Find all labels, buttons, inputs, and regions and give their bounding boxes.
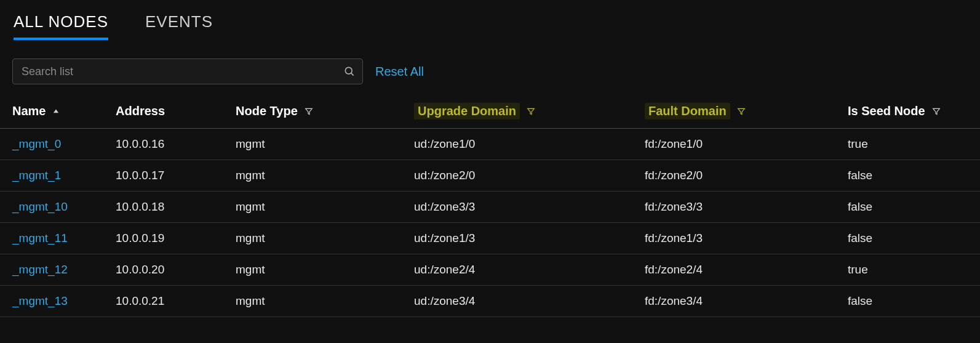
node-name-link[interactable]: _mgmt_12 (12, 263, 68, 276)
column-header-label: Is Seed Node (848, 104, 925, 118)
cell-address: 10.0.0.19 (111, 223, 231, 254)
column-header-node-type[interactable]: Node Type (236, 104, 314, 118)
cell-fault-domain: fd:/zone1/3 (640, 223, 843, 254)
cell-address: 10.0.0.17 (111, 160, 231, 192)
cell-upgrade-domain: ud:/zone2/0 (409, 160, 640, 192)
node-name-link[interactable]: _mgmt_10 (12, 200, 68, 213)
column-header-label: Name (12, 104, 46, 118)
cell-address: 10.0.0.16 (111, 129, 231, 160)
cell-fault-domain: fd:/zone3/4 (640, 286, 843, 317)
reset-all-link[interactable]: Reset All (375, 65, 424, 79)
column-header-address[interactable]: Address (116, 104, 165, 118)
search-input[interactable] (12, 59, 363, 84)
column-header-upgrade-domain[interactable]: Upgrade Domain (414, 103, 536, 119)
cell-node-type: mgmt (231, 129, 409, 160)
column-header-is-seed[interactable]: Is Seed Node (848, 104, 941, 118)
cell-address: 10.0.0.18 (111, 192, 231, 223)
cell-node-type: mgmt (231, 286, 409, 317)
toolbar: Reset All (0, 59, 980, 84)
node-name-link[interactable]: _mgmt_11 (12, 232, 68, 244)
cell-is-seed: false (843, 286, 980, 317)
cell-is-seed: false (843, 160, 980, 192)
table-row: _mgmt_010.0.0.16mgmtud:/zone1/0fd:/zone1… (0, 129, 980, 160)
cell-upgrade-domain: ud:/zone1/3 (409, 223, 640, 254)
filter-icon[interactable] (736, 107, 746, 116)
tab-bar: ALL NODES EVENTS (0, 12, 980, 40)
cell-upgrade-domain: ud:/zone2/4 (409, 254, 640, 286)
node-name-link[interactable]: _mgmt_1 (12, 169, 61, 182)
sort-asc-icon (52, 107, 60, 116)
cell-upgrade-domain: ud:/zone1/0 (409, 129, 640, 160)
table-row: _mgmt_1310.0.0.21mgmtud:/zone3/4fd:/zone… (0, 286, 980, 317)
node-name-link[interactable]: _mgmt_0 (12, 137, 61, 150)
cell-fault-domain: fd:/zone1/0 (640, 129, 843, 160)
cell-address: 10.0.0.20 (111, 254, 231, 286)
cell-address: 10.0.0.21 (111, 286, 231, 317)
column-header-label: Node Type (236, 104, 298, 118)
cell-is-seed: true (843, 129, 980, 160)
column-header-label: Address (116, 104, 165, 118)
node-name-link[interactable]: _mgmt_13 (12, 294, 68, 307)
column-header-name[interactable]: Name (12, 104, 60, 118)
cell-is-seed: false (843, 192, 980, 223)
table-row: _mgmt_1010.0.0.18mgmtud:/zone3/3fd:/zone… (0, 192, 980, 223)
cell-is-seed: true (843, 254, 980, 286)
cell-node-type: mgmt (231, 254, 409, 286)
filter-icon[interactable] (931, 107, 941, 116)
cell-upgrade-domain: ud:/zone3/4 (409, 286, 640, 317)
column-header-label: Fault Domain (645, 103, 730, 119)
filter-icon[interactable] (304, 107, 314, 116)
cell-is-seed: false (843, 223, 980, 254)
cell-node-type: mgmt (231, 223, 409, 254)
tab-events[interactable]: EVENTS (145, 12, 213, 40)
column-header-fault-domain[interactable]: Fault Domain (645, 103, 746, 119)
filter-icon[interactable] (526, 107, 536, 116)
cell-upgrade-domain: ud:/zone3/3 (409, 192, 640, 223)
table-row: _mgmt_110.0.0.17mgmtud:/zone2/0fd:/zone2… (0, 160, 980, 192)
cell-fault-domain: fd:/zone3/3 (640, 192, 843, 223)
cell-node-type: mgmt (231, 160, 409, 192)
nodes-table: Name Address Node Type (0, 97, 980, 317)
cell-fault-domain: fd:/zone2/0 (640, 160, 843, 192)
cell-fault-domain: fd:/zone2/4 (640, 254, 843, 286)
search-wrap (12, 59, 363, 84)
cell-node-type: mgmt (231, 192, 409, 223)
column-header-label: Upgrade Domain (414, 103, 520, 119)
tab-all-nodes[interactable]: ALL NODES (14, 12, 108, 40)
table-row: _mgmt_1210.0.0.20mgmtud:/zone2/4fd:/zone… (0, 254, 980, 286)
table-row: _mgmt_1110.0.0.19mgmtud:/zone1/3fd:/zone… (0, 223, 980, 254)
